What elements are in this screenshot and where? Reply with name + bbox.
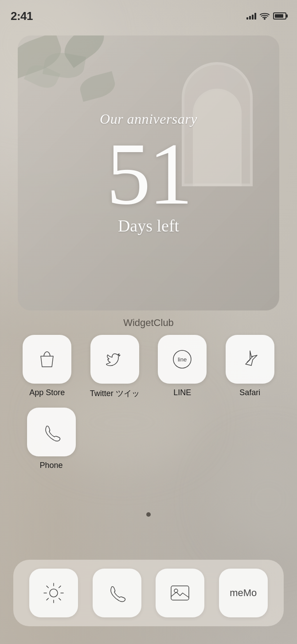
phone-dock-icon bbox=[105, 581, 129, 605]
page-dot-active bbox=[146, 512, 151, 517]
svg-point-4 bbox=[50, 589, 58, 597]
line-icon: line bbox=[170, 347, 194, 371]
svg-rect-5 bbox=[171, 586, 189, 600]
widget-number: 51 bbox=[106, 136, 191, 212]
app-icon-twitter[interactable] bbox=[90, 335, 139, 384]
svg-point-0 bbox=[264, 18, 265, 19]
signal-icon bbox=[246, 12, 256, 20]
bag-icon bbox=[35, 347, 59, 371]
memo-text-icon: meMo bbox=[230, 587, 257, 599]
safari-icon bbox=[238, 347, 262, 371]
wifi-icon bbox=[260, 12, 270, 20]
phone-icon bbox=[39, 420, 63, 444]
dock: meMo bbox=[13, 560, 284, 626]
svg-text:line: line bbox=[178, 356, 187, 363]
app-label-safari: Safari bbox=[239, 388, 260, 397]
app-item-appstore[interactable]: App Store bbox=[17, 335, 77, 399]
app-icon-line[interactable]: line bbox=[158, 335, 207, 384]
anniversary-widget[interactable]: Our anniversary 51 Days left bbox=[18, 35, 279, 310]
photos-icon bbox=[168, 581, 192, 605]
app-label-phone: Phone bbox=[39, 461, 63, 470]
status-time: 2:41 bbox=[11, 9, 33, 23]
app-item-line[interactable]: line LINE bbox=[152, 335, 212, 399]
app-label-appstore: App Store bbox=[29, 388, 65, 397]
app-icon-safari[interactable] bbox=[226, 335, 274, 384]
widget-subtitle: Days left bbox=[118, 216, 179, 236]
app-item-twitter[interactable]: Twitter ツイッ bbox=[85, 335, 145, 399]
twitter-icon bbox=[103, 347, 127, 371]
status-icons bbox=[246, 12, 286, 20]
battery-icon bbox=[273, 12, 286, 20]
widget-club-label: WidgetClub bbox=[0, 317, 297, 329]
battery-fill bbox=[275, 14, 283, 18]
svg-point-6 bbox=[174, 589, 178, 593]
dock-item-memo[interactable]: meMo bbox=[219, 569, 268, 617]
app-item-safari[interactable]: Safari bbox=[220, 335, 280, 399]
app-label-line: LINE bbox=[173, 388, 191, 397]
widget-content: Our anniversary 51 Days left bbox=[18, 35, 279, 310]
app-row-1: App Store Twitter ツイッ line LINE bbox=[13, 335, 284, 399]
app-icon-phone[interactable] bbox=[27, 408, 76, 456]
dock-item-settings[interactable] bbox=[29, 569, 78, 617]
app-grid: App Store Twitter ツイッ line LINE bbox=[13, 335, 284, 479]
app-label-twitter: Twitter ツイッ bbox=[90, 388, 140, 399]
app-row-2: Phone bbox=[13, 408, 284, 470]
dock-item-phone[interactable] bbox=[93, 569, 141, 617]
app-item-phone[interactable]: Phone bbox=[21, 408, 81, 470]
page-dots bbox=[0, 512, 297, 517]
dock-item-photos[interactable] bbox=[156, 569, 204, 617]
app-icon-appstore[interactable] bbox=[23, 335, 71, 384]
status-bar: 2:41 bbox=[0, 0, 297, 27]
gear-icon bbox=[41, 581, 66, 605]
